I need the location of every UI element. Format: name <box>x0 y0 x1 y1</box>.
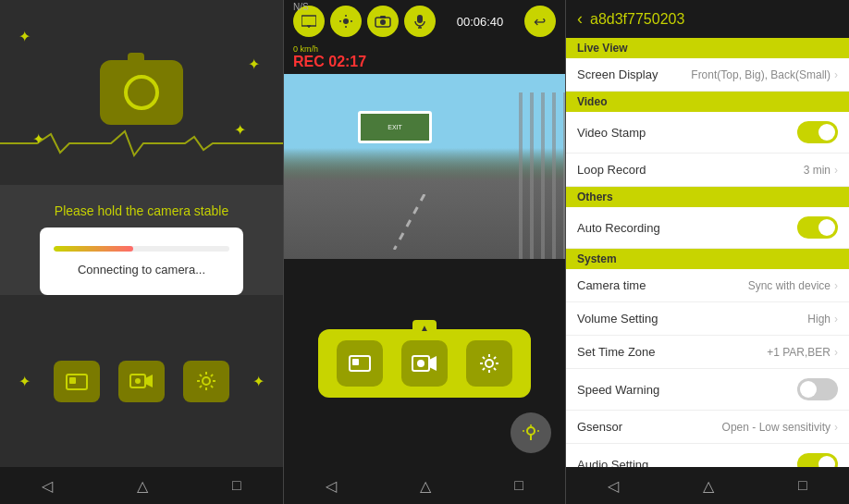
navigation-bar-1: ◁ △ □ <box>0 467 283 504</box>
sparkle-icon: ✦ <box>234 121 246 139</box>
bottom-controls-bar <box>318 329 531 398</box>
bottom-controls-wrapper: ▲ <box>293 329 556 398</box>
setting-gsensor[interactable]: Gsensor Open - Low sensitivity › <box>566 411 849 444</box>
speed-warning-toggle[interactable] <box>797 378 838 400</box>
navigation-bar-2: ◁ △ □ <box>284 467 565 504</box>
loop-record-value: 3 min › <box>804 164 838 177</box>
volume-value: High › <box>807 313 838 326</box>
settings-back-button[interactable]: ‹ <box>577 9 583 29</box>
volume-label: Volume Setting <box>577 312 658 326</box>
recent-nav-button[interactable]: □ <box>232 477 241 494</box>
location-icon <box>522 424 540 442</box>
svg-rect-17 <box>417 15 423 23</box>
video-icon <box>129 372 154 390</box>
panel2-back-button[interactable]: ↩ <box>524 6 556 37</box>
microphone-btn[interactable] <box>404 6 436 37</box>
panel-connecting: ✦ ✦ ✦ ✦ Please hold the camera stable Co… <box>0 0 283 504</box>
audio-setting-toggle[interactable] <box>797 453 838 467</box>
chevron-icon: › <box>834 279 838 292</box>
sparkle-icon: ✦ <box>18 28 31 45</box>
recording-time-display: 00:06:40 <box>457 15 504 29</box>
panel3-header: ‹ a8d3f7750203 <box>566 0 849 38</box>
setting-volume[interactable]: Volume Setting High › <box>566 302 849 336</box>
screen-display-label: Screen Display <box>577 68 658 81</box>
chevron-icon: › <box>834 346 838 359</box>
svg-point-9 <box>343 18 349 24</box>
audio-label: Audio Setting <box>577 458 648 468</box>
svg-marker-3 <box>145 375 153 387</box>
setting-speed-warning[interactable]: Speed Warning <box>566 369 849 411</box>
setting-timezone[interactable]: Set Time Zone +1 PAR,BER › <box>566 336 849 369</box>
loop-record-label: Loop Record <box>577 163 646 177</box>
progress-container: Connecting to camera... <box>40 227 243 295</box>
header-icon-group <box>293 6 436 37</box>
section-video: Video <box>566 92 849 112</box>
svg-rect-1 <box>69 377 76 384</box>
back-nav-button[interactable]: ◁ <box>42 477 53 495</box>
svg-point-25 <box>417 360 424 367</box>
home-nav-button-3[interactable]: △ <box>703 477 714 495</box>
sparkle-icon: ✦ <box>32 130 44 148</box>
record-icon <box>412 353 437 374</box>
gsensor-label: Gsensor <box>577 420 622 434</box>
settings-button[interactable] <box>183 361 229 402</box>
section-system: System <box>566 249 849 269</box>
expand-button[interactable]: ▲ <box>412 320 437 337</box>
record-control-btn[interactable] <box>401 340 448 387</box>
svg-point-5 <box>203 377 210 385</box>
gallery-control-icon <box>349 353 371 374</box>
connecting-text: Connecting to camera... <box>54 263 229 277</box>
recent-nav-button-2[interactable]: □ <box>514 477 523 494</box>
home-nav-button-2[interactable]: △ <box>420 477 431 495</box>
back-nav-button-3[interactable]: ◁ <box>608 477 619 495</box>
road-markings <box>284 194 565 250</box>
svg-rect-6 <box>301 16 316 26</box>
progress-bar-background <box>54 246 229 252</box>
location-button[interactable] <box>511 412 551 453</box>
svg-rect-16 <box>380 16 386 18</box>
sparkle-icon: ✦ <box>252 373 265 390</box>
gear-control-icon <box>478 352 500 375</box>
svg-rect-22 <box>352 359 359 365</box>
setting-video-stamp[interactable]: Video Stamp <box>566 112 849 154</box>
video-button[interactable] <box>118 361 165 402</box>
setting-loop-record[interactable]: Loop Record 3 min › <box>566 154 849 187</box>
timezone-label: Set Time Zone <box>577 345 656 359</box>
panel-recording: N/S <box>283 0 566 504</box>
section-others: Others <box>566 187 849 207</box>
camera-flip-icon <box>375 15 391 28</box>
home-nav-button[interactable]: △ <box>137 477 148 495</box>
navigation-bar-3: ◁ △ □ <box>566 467 849 504</box>
chevron-icon: › <box>834 68 838 81</box>
setting-screen-display[interactable]: Screen Display Front(Top, Big), Back(Sma… <box>566 58 849 92</box>
svg-point-4 <box>135 378 141 384</box>
highway-sign: EXIT <box>358 111 432 143</box>
rec-bar: 0 km/h REC 02:17 <box>284 43 565 74</box>
chevron-icon: › <box>834 164 838 177</box>
camera-time-value: Sync with device › <box>748 279 838 292</box>
recent-nav-button-3[interactable]: □ <box>798 477 807 494</box>
rec-time-display: REC 02:17 <box>293 54 556 70</box>
video-stamp-toggle[interactable] <box>797 121 838 143</box>
camera-switch-btn[interactable] <box>367 6 399 37</box>
auto-recording-toggle[interactable] <box>797 216 838 239</box>
settings-control-btn[interactable] <box>466 340 512 387</box>
brightness-icon-btn[interactable] <box>330 6 362 37</box>
gear-icon <box>195 370 217 392</box>
back-nav-button-2[interactable]: ◁ <box>326 477 337 495</box>
chevron-icon: › <box>834 421 838 434</box>
svg-point-15 <box>380 19 386 25</box>
setting-audio[interactable]: Audio Setting <box>566 444 849 467</box>
sun-icon <box>338 14 353 29</box>
video-stamp-label: Video Stamp <box>577 126 646 140</box>
gallery-control-btn[interactable] <box>337 340 383 387</box>
setting-auto-recording[interactable]: Auto Recording <box>566 207 849 249</box>
camera-preview-area: ✦ ✦ ✦ ✦ <box>0 0 283 185</box>
gallery-button[interactable] <box>54 361 100 402</box>
gallery-icon <box>66 372 88 390</box>
progress-bar-fill <box>54 246 133 252</box>
panel2-bottom: ▲ <box>284 259 565 467</box>
setting-camera-time[interactable]: Camera time Sync with device › <box>566 269 849 302</box>
hold-camera-message: Please hold the camera stable <box>55 203 228 218</box>
section-live-view: Live View <box>566 38 849 58</box>
